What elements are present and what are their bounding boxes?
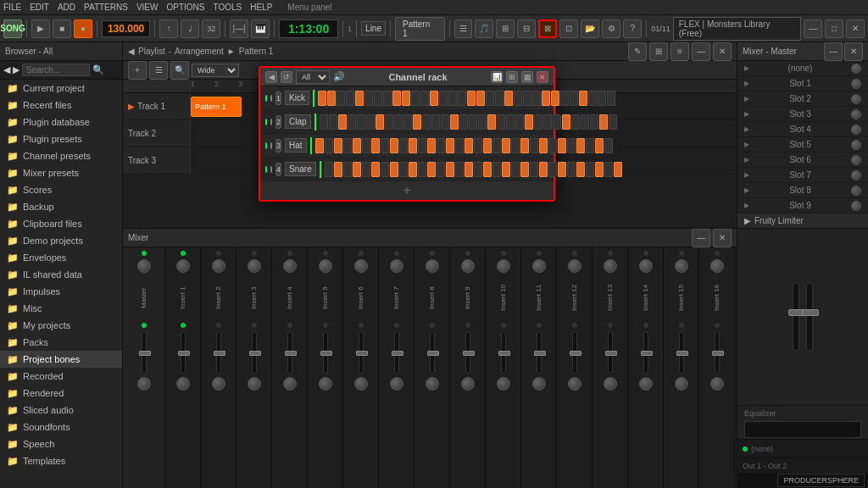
cr-name-4[interactable]: Snare: [285, 162, 316, 176]
cr-step-3-13[interactable]: [437, 138, 445, 153]
cr-add-channel-button[interactable]: +: [260, 181, 554, 200]
mixer-channel-8[interactable]: Insert 8: [415, 247, 450, 488]
window-min-button[interactable]: —: [804, 19, 822, 38]
cr-step-3-16[interactable]: [465, 138, 473, 153]
sidebar-item-demo-projects[interactable]: 📁Demo projects: [0, 232, 122, 249]
mixer-slot-5[interactable]: ▶ Slot 5: [737, 137, 868, 152]
play-button[interactable]: ▶: [31, 19, 50, 38]
slot-knob-8[interactable]: [851, 186, 861, 196]
cr-step-3-30[interactable]: [595, 138, 604, 153]
cr-step-1-22[interactable]: [523, 91, 531, 106]
cr-refresh-button[interactable]: ↺: [281, 71, 292, 83]
cr-step-3-25[interactable]: [548, 138, 557, 153]
sidebar-item-channel-presets[interactable]: 📁Channel presets: [0, 147, 122, 164]
step-seq-button[interactable]: ⊞: [496, 19, 515, 38]
track-zoom-button[interactable]: 🔍: [170, 61, 189, 80]
sidebar-item-clipboard-files[interactable]: 📁Clipboard files: [0, 215, 122, 232]
right-panel-min[interactable]: —: [824, 42, 843, 61]
cr-step-4-26[interactable]: [567, 162, 576, 177]
slot-knob-4[interactable]: [851, 125, 861, 135]
sidebar-item-sliced-audio[interactable]: 📁Sliced audio: [0, 402, 122, 419]
cr-step-4-18[interactable]: [492, 162, 501, 177]
cr-step-4-25[interactable]: [558, 162, 566, 177]
slot-knob-1[interactable]: [851, 79, 861, 89]
cr-grid-icon[interactable]: ⊞: [506, 71, 518, 83]
cr-step-3-29[interactable]: [586, 138, 594, 153]
cr-step-3-31[interactable]: [604, 138, 613, 153]
slot-knob-2[interactable]: [851, 94, 861, 104]
mixer-fader-handle-12[interactable]: [570, 351, 581, 356]
cr-step-3-22[interactable]: [520, 138, 529, 153]
mixer-knob-2[interactable]: [212, 259, 225, 273]
cr-step-4-23[interactable]: [539, 162, 548, 177]
cr-step-2-31[interactable]: [609, 114, 617, 130]
cr-step-3-19[interactable]: [492, 138, 501, 153]
mixer-fader-handle-5[interactable]: [320, 351, 332, 356]
cr-step-3-1[interactable]: [325, 138, 333, 153]
cr-step-4-11[interactable]: [427, 162, 436, 177]
mixer-channel-7[interactable]: Insert 7: [379, 247, 415, 488]
playlist-button[interactable]: ☰: [454, 19, 473, 38]
mixer-knob2-4[interactable]: [283, 377, 297, 391]
cr-step-2-29[interactable]: [590, 114, 598, 130]
right-fader-2[interactable]: [806, 283, 813, 351]
mixer-fader-track-3[interactable]: [252, 331, 257, 374]
mixer-fader-handle-2[interactable]: [214, 351, 225, 356]
piano-button[interactable]: 🎹: [251, 19, 270, 38]
cr-step-1-12[interactable]: [430, 91, 438, 106]
cr-step-4-12[interactable]: [437, 162, 445, 177]
cr-step-2-18[interactable]: [487, 114, 496, 130]
mixer-channel-11[interactable]: Insert 11: [521, 247, 557, 488]
cr-step-3-26[interactable]: [558, 138, 566, 153]
mixer-fader-track-8[interactable]: [430, 331, 435, 374]
playlist-back-icon[interactable]: ◀: [128, 47, 135, 56]
cr-step-2-4[interactable]: [357, 114, 365, 130]
sidebar-item-soundfonts[interactable]: 📁Soundfonts: [0, 419, 122, 435]
cr-active-dot-1[interactable]: [265, 95, 267, 102]
mixer-knob2-6[interactable]: [354, 377, 368, 391]
slot-knob-9[interactable]: [851, 201, 861, 211]
mixer-fader-handle-9[interactable]: [463, 351, 475, 356]
song-mode-button[interactable]: SONG: [3, 19, 22, 38]
cr-step-4-28[interactable]: [586, 162, 594, 177]
mixer-knob2-2[interactable]: [212, 377, 225, 391]
cr-name-1[interactable]: Kick: [285, 91, 309, 105]
cr-step-4-21[interactable]: [520, 162, 529, 177]
cr-step-4-4[interactable]: [362, 162, 370, 177]
cr-step-4-29[interactable]: [595, 162, 604, 177]
cr-step-2-17[interactable]: [478, 114, 487, 130]
cr-step-1-26[interactable]: [560, 91, 569, 106]
mixer-knob2-16[interactable]: [710, 377, 724, 391]
mixer-fader-handle-11[interactable]: [534, 351, 546, 356]
mixer-knob-7[interactable]: [390, 259, 403, 273]
mixer-knob-8[interactable]: [426, 259, 439, 273]
menu-item-add[interactable]: ADD: [58, 3, 75, 12]
right-fader-1[interactable]: [793, 283, 799, 351]
cr-step-3-7[interactable]: [381, 138, 389, 153]
cr-step-2-9[interactable]: [403, 114, 412, 130]
mixer-fader-track-6[interactable]: [359, 331, 364, 374]
mixer-fader-track-10[interactable]: [501, 331, 506, 374]
cr-step-2-5[interactable]: [366, 114, 375, 130]
sidebar-item-packs[interactable]: 📁Packs: [0, 334, 122, 351]
cr-step-3-4[interactable]: [353, 138, 361, 153]
mixer-slot-7[interactable]: ▶ Slot 7: [737, 168, 868, 183]
cr-close-button[interactable]: ✕: [537, 71, 548, 83]
menu-item-patterns[interactable]: PATTERNS: [84, 3, 128, 12]
mixer-knob-5[interactable]: [319, 259, 332, 273]
cr-chart-icon[interactable]: 📊: [491, 71, 503, 83]
menu-item-edit[interactable]: EDIT: [30, 3, 49, 12]
cr-step-4-31[interactable]: [614, 162, 622, 177]
cr-step-4-8[interactable]: [399, 162, 408, 177]
mixer-fader-track-9[interactable]: [465, 331, 470, 374]
mixer-fader-handle-1[interactable]: [178, 351, 190, 356]
cr-step-4-27[interactable]: [576, 162, 585, 177]
cr-step-1-13[interactable]: [439, 91, 448, 106]
mixer-channel-16[interactable]: Insert 16: [699, 247, 735, 488]
cr-grid2-icon[interactable]: ▦: [521, 71, 533, 83]
slot-knob-6[interactable]: [851, 155, 861, 165]
cr-step-2-14[interactable]: [450, 114, 459, 130]
mixer-knob-6[interactable]: [354, 259, 368, 273]
cr-step-4-0[interactable]: [325, 162, 333, 177]
cr-step-4-13[interactable]: [446, 162, 454, 177]
